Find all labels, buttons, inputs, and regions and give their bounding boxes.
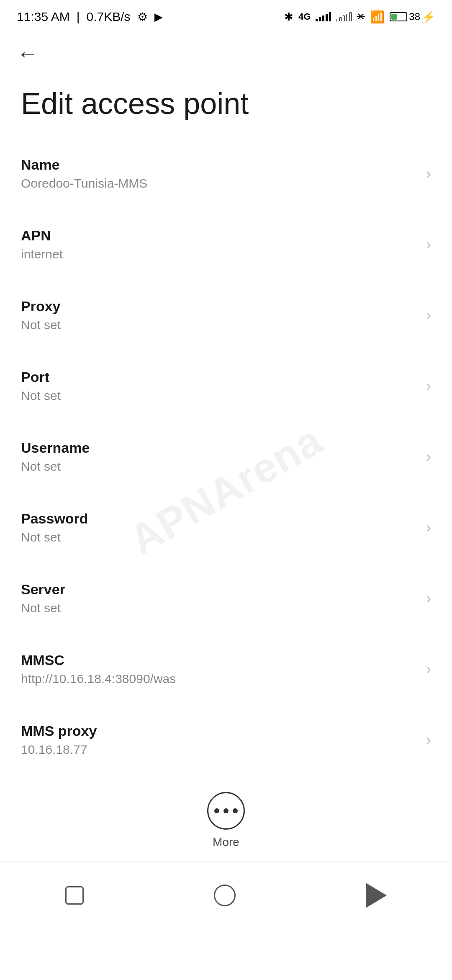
more-button[interactable] xyxy=(207,792,245,830)
settings-item-content: Server Not set xyxy=(21,581,418,615)
chevron-right-icon: › xyxy=(426,519,431,536)
settings-item-content: Password Not set xyxy=(21,511,418,544)
settings-item-value: http://10.16.18.4:38090/was xyxy=(21,672,418,686)
settings-item-value: Not set xyxy=(21,318,418,332)
settings-item-label: Proxy xyxy=(21,298,418,315)
settings-item[interactable]: Server Not set › xyxy=(0,563,452,634)
settings-item-label: APN xyxy=(21,227,418,244)
status-right: ✱ 4G ✕ 📶 38 ⚡ xyxy=(284,10,435,24)
settings-item[interactable]: Password Not set › xyxy=(0,492,452,563)
settings-item-label: Password xyxy=(21,511,418,527)
chevron-right-icon: › xyxy=(426,731,431,749)
data-speed: | xyxy=(77,10,80,24)
video-icon: ▶ xyxy=(154,10,163,23)
settings-item-content: APN internet xyxy=(21,227,418,261)
settings-item-value: Ooredoo-Tunisia-MMS xyxy=(21,176,418,191)
settings-item-value: Not set xyxy=(21,601,418,615)
settings-item-label: MMSC xyxy=(21,652,418,668)
recents-button[interactable] xyxy=(57,878,92,913)
signal-bars-1 xyxy=(316,12,331,21)
settings-list: Name Ooredoo-Tunisia-MMS › APN internet … xyxy=(0,138,452,775)
more-button-container: More xyxy=(0,775,452,861)
settings-icon: ⚙ xyxy=(137,10,148,24)
settings-item-label: MMS proxy xyxy=(21,723,418,739)
settings-item[interactable]: MMS proxy 10.16.18.77 › xyxy=(0,704,452,775)
settings-item[interactable]: Port Not set › xyxy=(0,351,452,421)
settings-item[interactable]: Proxy Not set › xyxy=(0,280,452,351)
battery-percent: 38 xyxy=(409,11,420,23)
settings-item-label: Username xyxy=(21,440,418,456)
no-signal-icon: ✕ xyxy=(357,11,365,23)
settings-item[interactable]: MMSC http://10.16.18.4:38090/was › xyxy=(0,634,452,704)
settings-item[interactable]: APN internet › xyxy=(0,209,452,280)
status-bar: 11:35 AM | 0.7KB/s ⚙ ▶ ✱ 4G ✕ 📶 38 xyxy=(0,0,452,30)
settings-item[interactable]: Username Not set › xyxy=(0,421,452,492)
more-label: More xyxy=(213,836,239,849)
settings-item-content: Name Ooredoo-Tunisia-MMS xyxy=(21,157,418,191)
chevron-right-icon: › xyxy=(426,165,431,183)
home-button[interactable] xyxy=(205,876,244,915)
4g-label: 4G xyxy=(298,11,311,22)
more-dots-icon xyxy=(214,808,238,813)
settings-item-value: Not set xyxy=(21,389,418,403)
settings-item[interactable]: Name Ooredoo-Tunisia-MMS › xyxy=(0,138,452,209)
home-icon xyxy=(214,885,236,906)
settings-item-label: Name xyxy=(21,157,418,173)
settings-item-content: MMSC http://10.16.18.4:38090/was xyxy=(21,652,418,686)
settings-item-content: Proxy Not set xyxy=(21,298,418,332)
settings-item-label: Port xyxy=(21,369,418,385)
settings-item-label: Server xyxy=(21,581,418,598)
signal-bars-2 xyxy=(336,12,352,21)
wifi-icon: 📶 xyxy=(370,10,385,24)
back-nav-button[interactable] xyxy=(357,874,395,916)
settings-item-value: Not set xyxy=(21,530,418,544)
back-nav-icon xyxy=(366,883,387,908)
status-left: 11:35 AM | 0.7KB/s ⚙ ▶ xyxy=(17,10,163,24)
speed-display: 0.7KB/s xyxy=(87,10,131,24)
chevron-right-icon: › xyxy=(426,448,431,466)
back-button[interactable]: ← xyxy=(17,43,39,64)
settings-item-value: internet xyxy=(21,247,418,261)
back-arrow-icon: ← xyxy=(17,43,39,64)
settings-item-content: MMS proxy 10.16.18.77 xyxy=(21,723,418,757)
settings-item-content: Port Not set xyxy=(21,369,418,403)
chevron-right-icon: › xyxy=(426,660,431,678)
settings-item-content: Username Not set xyxy=(21,440,418,474)
bluetooth-icon: ✱ xyxy=(284,10,293,23)
chevron-right-icon: › xyxy=(426,236,431,253)
toolbar: ← xyxy=(0,30,452,69)
chevron-right-icon: › xyxy=(426,377,431,395)
nav-bar xyxy=(0,861,452,933)
battery-icon xyxy=(390,12,407,21)
chevron-right-icon: › xyxy=(426,307,431,324)
charging-icon: ⚡ xyxy=(422,10,435,23)
recents-icon xyxy=(65,886,84,905)
settings-item-value: 10.16.18.77 xyxy=(21,743,418,757)
chevron-right-icon: › xyxy=(426,590,431,607)
settings-item-value: Not set xyxy=(21,459,418,474)
page-title: Edit access point xyxy=(0,69,452,130)
time-display: 11:35 AM xyxy=(17,10,70,24)
